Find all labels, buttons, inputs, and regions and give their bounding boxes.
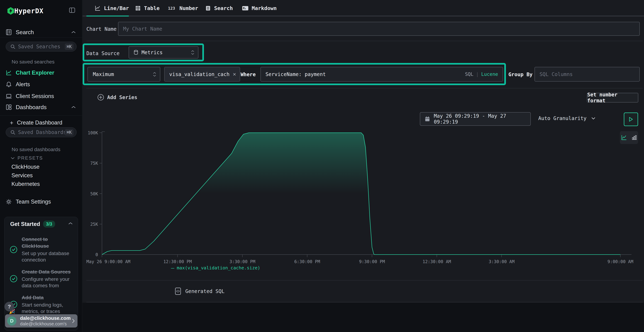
presets-header[interactable]: PRESETS [11,155,43,161]
preset-services[interactable]: Services [12,172,33,179]
get-started-header[interactable]: Get Started 3/3 [4,217,78,230]
line-chart-toggle-icon[interactable] [621,134,627,140]
preset-kubernetes[interactable]: Kubernetes [12,181,40,187]
user-menu[interactable]: D dale@clickhouse.com dale@clickhouse.co… [5,314,78,328]
tab-number[interactable]: 123Number [168,0,198,16]
chevron-right-icon [72,318,75,324]
search-icon [10,130,16,135]
create-dashboard-button[interactable]: + Create Dashboard [0,118,82,127]
dashboard-grid-icon [6,104,12,110]
where-input[interactable] [261,71,465,77]
aggregation-value: Maximum [93,71,114,77]
select-arrows-icon [153,72,156,76]
play-icon [628,117,633,122]
active-tab-indicator [86,16,129,16]
no-saved-searches-text: No saved searches [12,59,54,65]
checklist-item[interactable]: Connect to ClickHouseSet up your databas… [4,236,78,263]
tab-label: Number [180,5,198,11]
group-by-input[interactable] [534,67,640,82]
data-source-label: Data Source [86,50,120,56]
where-filter: SQL | Lucene [260,67,503,82]
saved-searches-input[interactable]: Saved Searches ⌘K [6,42,76,52]
logo-row: HyperDX [0,7,82,15]
line-chart-icon [95,5,101,11]
tab-label: Table [144,5,160,11]
chevron-down-icon [11,157,15,160]
svg-text:123: 123 [168,6,175,10]
date-range-value: May 26 09:29:19 - May 27 09:29:19 [434,113,530,125]
checklist-item[interactable]: Add DataStart sending logs, metrics, or … [4,294,78,315]
sidebar-item-client-sessions[interactable]: Client Sessions [0,91,82,101]
gear-icon [6,199,12,205]
chart-name-input[interactable] [118,22,640,36]
check-circle-icon [10,246,17,253]
lucene-toggle[interactable]: Lucene [481,72,498,77]
sidebar-item-label: Alerts [16,81,30,88]
presets-label: PRESETS [18,155,43,161]
data-source-value: Metrics [142,50,162,56]
sidebar-item-chart-explorer[interactable]: Chart Explorer [0,68,82,78]
plus-icon: + [10,119,14,126]
checklist-item-description: Configure where your data comes from [22,276,74,289]
set-number-format-button[interactable]: Set number format [587,93,638,102]
generated-sql-expander[interactable]: Generated SQL [169,281,644,301]
chevron-down-icon [591,117,596,120]
date-range-picker[interactable]: May 26 09:29:19 - May 27 09:29:19 [420,112,531,126]
generated-sql-label: Generated SQL [185,288,224,294]
metric-field-chip[interactable]: visa_validation_cach × [164,67,240,82]
chart-type-tabs: Line/BarTable123NumberSearchM↓Markdown [82,0,644,16]
journal-icon [6,29,12,35]
sidebar-item-team-settings[interactable]: Team Settings [0,197,82,207]
remove-metric-icon[interactable]: × [233,71,236,78]
sidebar-item-alerts[interactable]: Alerts [0,80,82,90]
sidebar-search-label: Search [16,29,34,36]
preset-clickhouse[interactable]: ClickHouse [12,164,40,170]
sidebar: HyperDX Search Saved Searches ⌘K No save… [0,0,82,332]
saved-searches-placeholder: Saved Searches [18,44,60,50]
tab-line-bar[interactable]: Line/Bar [95,0,129,16]
checklist-item-title: Add Data [22,294,74,301]
collapse-sidebar-icon[interactable] [69,8,75,14]
divider [86,41,643,41]
check-circle-icon [10,275,17,282]
markdown-icon: M↓ [242,6,248,11]
checklist-item[interactable]: Create Data SourcesConfigure where your … [4,268,78,289]
checklist-item-title: Create Data Sources [22,268,74,275]
data-source-select[interactable]: Metrics [128,46,198,58]
create-dashboard-label: Create Dashboard [17,120,62,126]
aggregation-select[interactable]: Maximum [88,67,160,82]
bar-chart-toggle-icon[interactable] [632,135,637,140]
shortcut-badge: ⌘K [65,129,74,136]
tab-table[interactable]: Table [135,0,160,16]
add-series-button[interactable]: Add Series [97,94,138,101]
hyperdx-logo-icon [7,7,15,16]
legend-swatch: — [171,265,174,271]
group-by-label: Group By [508,72,532,78]
chart-legend: — max(visa_validation_cache.size) [171,265,260,271]
chart-display-toggle [620,131,638,144]
toggle-separator: | [476,72,479,77]
tab-markdown[interactable]: M↓Markdown [242,0,277,16]
saved-dashboards-input[interactable]: Saved Dashboards ⌘K [6,127,76,137]
help-button[interactable]: ? [4,302,14,312]
sql-toggle[interactable]: SQL [465,72,473,77]
chevron-up-icon [71,106,76,108]
avatar: D [7,316,16,326]
main-panel: Line/BarTable123NumberSearchM↓Markdown C… [82,0,644,303]
search-icon [10,44,16,49]
calendar-icon [425,116,430,122]
sidebar-section-dashboards[interactable]: Dashboards [0,103,82,111]
sidebar-section-search[interactable]: Search [0,28,82,36]
tab-label: Markdown [252,5,277,11]
bell-icon [6,82,12,88]
checklist-item-description: Set up your database connection [22,250,74,263]
num123-icon: 123 [168,6,176,11]
code-icon [174,288,182,295]
select-arrows-icon [191,50,194,55]
no-saved-dashboards-text: No saved dashboards [12,147,60,152]
tab-label: Search [214,5,233,11]
run-query-button[interactable] [624,112,638,126]
app-title: HyperDX [14,7,44,15]
granularity-select[interactable]: Auto Granularity [538,116,596,121]
tab-search[interactable]: Search [205,0,233,16]
